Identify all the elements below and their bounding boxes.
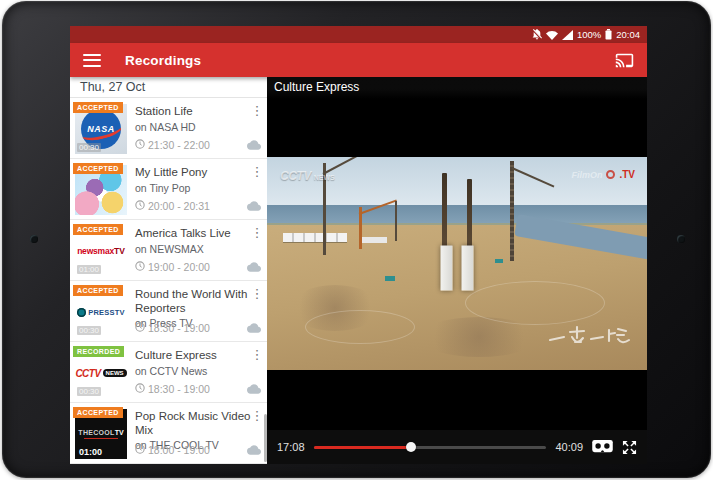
- kebab-menu-icon[interactable]: ⋮: [250, 226, 264, 240]
- recording-time: 20:00 - 20:31: [148, 200, 210, 212]
- notifications-muted-icon: [532, 29, 542, 40]
- fullscreen-icon[interactable]: [622, 440, 637, 455]
- recording-channel: on Tiny Pop: [135, 182, 263, 194]
- channel-thumbnail: PRESSTV ACCEPTED 00:30: [75, 287, 127, 337]
- cloud-icon: [247, 384, 261, 394]
- status-badge: ACCEPTED: [73, 102, 123, 113]
- cctv-news-watermark: CCTV NEWS: [280, 169, 335, 183]
- hamburger-menu-icon[interactable]: [83, 54, 101, 67]
- recording-row-my-little-pony[interactable]: ACCEPTED My Little Pony on Tiny Pop 20:0…: [70, 159, 267, 220]
- clock-icon: [135, 200, 145, 212]
- recording-channel: on NASA HD: [135, 121, 263, 133]
- recording-time: 18:00 - 19:00: [148, 444, 210, 456]
- cloud-icon: [247, 262, 261, 272]
- cast-icon[interactable]: [615, 52, 634, 68]
- recording-title: Culture Express: [135, 349, 263, 363]
- clock-icon: [135, 444, 145, 456]
- kebab-menu-icon[interactable]: ⋮: [250, 165, 264, 179]
- recording-row-round-the-world[interactable]: PRESSTV ACCEPTED 00:30 Round the World W…: [70, 281, 267, 342]
- player-title-bar: Culture Express: [267, 77, 647, 99]
- date-header: Thu, 27 Oct: [70, 77, 267, 98]
- recording-row-america-talks-live[interactable]: newsmaxTV ACCEPTED 01:00 America Talks L…: [70, 220, 267, 281]
- seekbar[interactable]: [314, 446, 547, 449]
- channel-thumbnail: THECOOLTV ACCEPTED 01:00: [75, 409, 127, 459]
- recording-title: Pop Rock Music Video Mix: [135, 410, 263, 437]
- vr-cardboard-icon[interactable]: [592, 440, 613, 454]
- kebab-menu-icon[interactable]: ⋮: [250, 104, 264, 118]
- seekbar-played: [314, 446, 412, 449]
- clock-icon: [135, 383, 145, 395]
- screen: 100% 20:04 Recordings Thu, 27 Oct: [70, 26, 647, 464]
- recording-title: My Little Pony: [135, 166, 263, 180]
- player-controls: 17:08 40:09: [267, 430, 647, 464]
- filmon-tv-watermark: FilmOn .TV: [571, 169, 635, 180]
- front-camera-icon: [30, 235, 38, 243]
- recording-row-station-life[interactable]: NASA ACCEPTED 00:30 Station Life on NASA…: [70, 98, 267, 159]
- recording-time: 18:30 - 19:00: [148, 322, 210, 334]
- kebab-menu-icon[interactable]: ⋮: [250, 409, 264, 423]
- duration-badge: 00:30: [77, 387, 101, 396]
- recording-time: 19:00 - 20:00: [148, 261, 210, 273]
- light-sensor-icon: [677, 235, 685, 243]
- elapsed-time: 17:08: [277, 441, 305, 453]
- recording-row-pop-rock-music[interactable]: THECOOLTV ACCEPTED 01:00 Pop Rock Music …: [70, 403, 267, 464]
- status-badge: RECORDED: [73, 346, 124, 357]
- duration-badge: 01:00: [77, 265, 101, 274]
- duration-badge: 01:00: [77, 447, 104, 457]
- status-badge: ACCEPTED: [73, 224, 123, 235]
- screenshot-stage: 100% 20:04 Recordings Thu, 27 Oct: [0, 0, 713, 480]
- clock-icon: [135, 139, 145, 151]
- battery-percent-text: 100%: [577, 29, 601, 40]
- clock-text: 20:04: [616, 29, 640, 40]
- cloud-icon: [247, 140, 261, 150]
- clock-icon: [135, 261, 145, 273]
- battery-icon: [605, 29, 612, 40]
- status-bar: 100% 20:04: [70, 26, 647, 43]
- kebab-menu-icon[interactable]: ⋮: [250, 287, 264, 301]
- seekbar-knob[interactable]: [406, 442, 416, 452]
- status-badge: ACCEPTED: [73, 285, 123, 296]
- total-time: 40:09: [555, 441, 583, 453]
- filmon-dot-icon: [606, 170, 615, 179]
- recording-channel: on CCTV News: [135, 365, 263, 377]
- recording-title: America Talks Live: [135, 227, 263, 241]
- tablet-frame: 100% 20:04 Recordings Thu, 27 Oct: [2, 1, 711, 478]
- recording-time: 21:30 - 22:00: [148, 139, 210, 151]
- cloud-icon: [247, 201, 261, 211]
- cellular-signal-icon: [562, 30, 573, 40]
- recording-time: 18:30 - 19:00: [148, 383, 210, 395]
- duration-badge: 00:30: [77, 143, 101, 152]
- status-badge: ACCEPTED: [73, 163, 123, 174]
- kebab-menu-icon[interactable]: ⋮: [250, 348, 264, 362]
- channel-thumbnail: ACCEPTED: [75, 165, 127, 215]
- app-bar: Recordings: [70, 43, 647, 77]
- status-badge: ACCEPTED: [73, 407, 123, 418]
- channel-thumbnail: newsmaxTV ACCEPTED 01:00: [75, 226, 127, 276]
- globe-icon: [77, 308, 86, 317]
- belt-and-road-calligraphy-watermark: [547, 324, 633, 354]
- content-area: Thu, 27 Oct NASA ACCEPTED 00:30 Station …: [70, 77, 647, 464]
- wifi-icon: [546, 30, 558, 40]
- channel-thumbnail: NASA ACCEPTED 00:30: [75, 104, 127, 154]
- video-player[interactable]: Culture Express: [267, 77, 647, 464]
- cloud-icon: [247, 323, 261, 333]
- duration-badge: 00:30: [77, 326, 101, 335]
- recording-title: Round the World With Reporters: [135, 288, 263, 315]
- clock-icon: [135, 322, 145, 334]
- video-surface[interactable]: CCTV NEWS FilmOn .TV: [267, 157, 647, 370]
- page-title: Recordings: [125, 53, 201, 68]
- cloud-icon: [247, 445, 261, 455]
- channel-thumbnail: CCTVNEWS RECORDED 00:30: [75, 348, 127, 398]
- recording-row-culture-express[interactable]: CCTVNEWS RECORDED 00:30 Culture Express …: [70, 342, 267, 403]
- recording-title: Station Life: [135, 105, 263, 119]
- player-title: Culture Express: [267, 77, 647, 94]
- pause-icon[interactable]: [441, 245, 474, 290]
- recordings-list: Thu, 27 Oct NASA ACCEPTED 00:30 Station …: [70, 77, 267, 464]
- recording-channel: on NEWSMAX: [135, 243, 263, 255]
